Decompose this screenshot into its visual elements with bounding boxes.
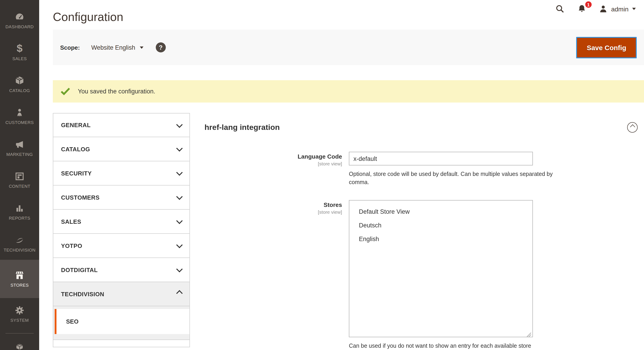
chevron-down-icon	[176, 169, 183, 176]
language-code-input[interactable]	[349, 152, 533, 165]
config-tab-yotpo[interactable]: YOTPO	[53, 234, 190, 258]
search-button[interactable]	[555, 4, 565, 14]
search-icon	[555, 4, 565, 14]
chevron-down-icon	[176, 121, 183, 128]
config-subsection-panel: SEO	[53, 306, 190, 340]
sidebar-item-techdivision[interactable]: TECHDIVISION	[0, 228, 39, 260]
scope-help-button[interactable]: ?	[156, 42, 166, 52]
person-icon	[599, 5, 608, 13]
storefront-icon	[14, 270, 24, 280]
field-stores: Stores [store view] Default Store View D…	[204, 200, 638, 350]
page-header: Configuration 1 admin	[39, 0, 644, 30]
person-icon	[14, 108, 24, 118]
sidebar-item-sales[interactable]: $ SALES	[0, 37, 39, 68]
bar-chart-icon	[14, 203, 24, 213]
sidebar-item-label: MARKETING	[6, 152, 33, 157]
config-tab-customers[interactable]: CUSTOMERS	[53, 185, 190, 210]
notification-badge: 1	[584, 1, 592, 9]
chevron-down-icon	[140, 46, 144, 49]
dashboard-icon	[14, 12, 24, 22]
box-icon	[14, 76, 24, 86]
sidebar-item-label: CONTENT	[9, 184, 30, 189]
dollar-icon: $	[16, 44, 22, 54]
stores-option-english[interactable]: English	[349, 232, 532, 246]
field-note: Can be used if you do not want to show a…	[349, 342, 559, 350]
success-message: You saved the configuration.	[53, 80, 644, 103]
sidebar-item-label: CATALOG	[9, 88, 30, 93]
field-control: Default Store View Deutsch English Can b…	[349, 200, 533, 350]
sidebar-item-find-partners-extensions[interactable]: FIND PARTNERS & EXTENSIONS	[0, 337, 39, 350]
sidebar-item-label: SYSTEM	[10, 318, 29, 323]
config-subtab-seo[interactable]: SEO	[55, 309, 190, 334]
layout-icon	[14, 171, 24, 181]
sidebar-item-label: TECHDIVISION	[4, 247, 36, 253]
field-label: Stores	[204, 201, 342, 208]
gear-icon	[14, 305, 24, 315]
config-tab-label: DOTDIGITAL	[61, 266, 98, 273]
config-tab-security[interactable]: SECURITY	[53, 161, 190, 185]
config-section-nav: GENERAL CATALOG SECURITY CUSTOMERS SALES	[53, 113, 190, 347]
megaphone-icon	[14, 139, 24, 149]
stores-option-default-store-view[interactable]: Default Store View	[349, 205, 532, 219]
config-tab-label: TECHDIVISION	[61, 290, 104, 297]
sidebar-item-label: DASHBOARD	[6, 24, 34, 29]
config-tab-next-partial[interactable]	[53, 340, 190, 347]
brick-icon	[14, 341, 24, 350]
collapse-section-button[interactable]	[627, 122, 638, 133]
chevron-down-icon	[632, 8, 636, 10]
save-config-button[interactable]: Save Config	[576, 37, 637, 58]
config-tab-label: SALES	[61, 218, 81, 225]
page-title: Configuration	[53, 10, 123, 24]
config-tab-label: GENERAL	[61, 122, 91, 129]
config-tab-label: CATALOG	[61, 146, 90, 152]
swoosh-icon	[14, 235, 24, 245]
notifications-button[interactable]: 1	[577, 4, 586, 14]
config-tab-dotdigital[interactable]: DOTDIGITAL	[53, 258, 190, 282]
field-label-col: Language Code [store view]	[204, 152, 342, 186]
sidebar-item-label: SALES	[12, 56, 27, 61]
admin-page: DASHBOARD $ SALES CATALOG CUSTOMERS MARK…	[0, 0, 644, 350]
scope-bar: Scope: Website English ? Save Config	[53, 30, 644, 65]
admin-menu[interactable]: admin	[599, 5, 636, 13]
sidebar-divider	[6, 333, 34, 333]
scope-switcher[interactable]: Website English	[91, 44, 144, 51]
chevron-down-icon	[176, 242, 183, 248]
chevron-down-icon	[176, 266, 183, 272]
panel-title: href-lang integration	[204, 123, 280, 132]
sidebar-item-content[interactable]: CONTENT	[0, 164, 39, 196]
field-label-col: Stores [store view]	[204, 200, 342, 350]
sidebar-item-catalog[interactable]: CATALOG	[0, 68, 39, 100]
sidebar-item-label: CUSTOMERS	[6, 120, 34, 125]
sidebar-item-system[interactable]: SYSTEM	[0, 298, 39, 330]
success-message-text: You saved the configuration.	[78, 88, 155, 95]
sidebar-item-label: REPORTS	[9, 216, 30, 221]
sidebar-item-label: STORES	[10, 282, 29, 288]
chevron-up-icon	[176, 290, 183, 296]
config-tab-catalog[interactable]: CATALOG	[53, 137, 190, 161]
chevron-up-icon	[630, 124, 635, 129]
chevron-down-icon	[176, 218, 183, 224]
admin-sidebar: DASHBOARD $ SALES CATALOG CUSTOMERS MARK…	[0, 0, 39, 350]
main-area: Configuration 1 admin	[39, 0, 644, 350]
scope-label: Scope:	[60, 44, 80, 51]
sidebar-item-stores[interactable]: STORES	[0, 260, 39, 298]
sidebar-item-dashboard[interactable]: DASHBOARD	[0, 5, 39, 37]
field-scope-hint: [store view]	[204, 209, 342, 215]
checkmark-icon	[60, 88, 70, 95]
header-actions: 1 admin	[555, 4, 636, 14]
sidebar-item-reports[interactable]: REPORTS	[0, 196, 39, 228]
config-panel: href-lang integration Language Code [sto…	[204, 113, 644, 350]
field-note: Optional, store code will be used by def…	[349, 170, 559, 186]
panel-header: href-lang integration	[204, 122, 638, 133]
stores-multiselect[interactable]: Default Store View Deutsch English	[349, 200, 533, 337]
chevron-down-icon	[176, 145, 183, 152]
chevron-down-icon	[176, 193, 183, 200]
sidebar-item-marketing[interactable]: MARKETING	[0, 132, 39, 164]
stores-option-deutsch[interactable]: Deutsch	[349, 219, 532, 232]
admin-username: admin	[611, 5, 628, 13]
config-tab-techdivision[interactable]: TECHDIVISION	[53, 282, 190, 306]
config-tab-sales[interactable]: SALES	[53, 210, 190, 234]
resize-handle[interactable]	[526, 331, 532, 336]
config-tab-general[interactable]: GENERAL	[53, 113, 190, 137]
sidebar-item-customers[interactable]: CUSTOMERS	[0, 100, 39, 132]
